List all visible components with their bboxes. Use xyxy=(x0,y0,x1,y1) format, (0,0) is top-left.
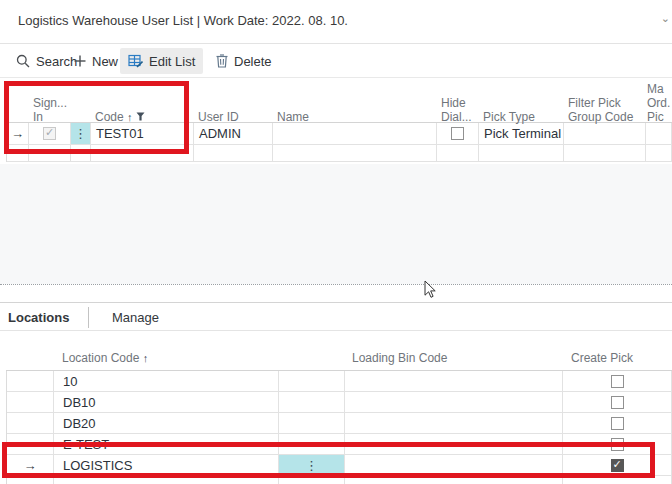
edit-list-icon xyxy=(128,54,143,68)
create-pick-cell[interactable]: ✓ xyxy=(563,392,672,413)
location-empty-row[interactable] xyxy=(6,476,672,484)
user-grid-header-row: Sign... In Code ↑ User ID Name Hide Dial… xyxy=(6,82,672,123)
location-row-db20[interactable]: DB20 ✓ xyxy=(6,413,672,434)
location-code-cell[interactable]: E-TEST xyxy=(54,434,279,455)
loading-bin-code-cell[interactable] xyxy=(345,392,563,413)
create-pick-checkbox[interactable]: ✓ xyxy=(611,438,624,451)
filter-funnel-icon xyxy=(136,110,145,124)
create-pick-checkbox[interactable]: ✓ xyxy=(611,396,624,409)
code-cell[interactable]: TEST01 xyxy=(91,123,194,145)
row-options-menu[interactable]: ⋮ xyxy=(279,455,345,476)
max-orders-pick-cell[interactable] xyxy=(646,123,672,145)
trash-icon xyxy=(216,54,228,68)
page-title: Logistics Warehouse User List | Work Dat… xyxy=(18,13,348,28)
sign-in-checkbox[interactable]: ✓ xyxy=(43,127,56,140)
sort-ascending-icon: ↑ xyxy=(143,352,149,364)
loading-bin-code-cell[interactable] xyxy=(345,413,563,434)
locations-header-row: Location Code ↑ Loading Bin Code Create … xyxy=(6,334,672,371)
new-button[interactable]: New xyxy=(66,48,126,74)
location-row-db10[interactable]: DB10 ✓ xyxy=(6,392,672,413)
location-code-cell[interactable]: DB20 xyxy=(54,413,279,434)
user-list-grid: Sign... In Code ↑ User ID Name Hide Dial… xyxy=(6,82,672,162)
create-pick-cell[interactable]: ✓ xyxy=(563,371,672,392)
location-row-logistics[interactable]: → LOGISTICS ⋮ ✓ xyxy=(6,455,672,476)
create-pick-cell[interactable]: ✓ xyxy=(563,455,672,476)
sort-ascending-icon: ↑ xyxy=(127,111,133,123)
column-header-max-orders-pick[interactable]: Ma Ord. Pic xyxy=(645,82,672,128)
section-divider xyxy=(88,307,89,328)
empty-grid-area xyxy=(0,164,672,284)
mouse-cursor xyxy=(424,280,437,302)
delete-label: Delete xyxy=(234,54,272,69)
create-pick-checkbox[interactable]: ✓ xyxy=(611,417,624,430)
search-icon xyxy=(16,54,30,68)
action-toolbar: Search New Edit List Delete xyxy=(0,44,672,78)
name-cell[interactable] xyxy=(273,123,437,145)
page: Logistics Warehouse User List | Work Dat… xyxy=(0,0,672,484)
user-row-test01[interactable]: → ✓ ⋮ TEST01 ADMIN ✓ Pick Terminal xyxy=(6,123,672,145)
pane-splitter[interactable] xyxy=(0,284,672,285)
row-options-menu[interactable]: ⋮ xyxy=(71,123,91,145)
create-pick-checkbox[interactable]: ✓ xyxy=(611,375,624,388)
location-code-cell[interactable]: DB10 xyxy=(54,392,279,413)
user-empty-row[interactable] xyxy=(6,145,672,162)
locations-grid: Location Code ↑ Loading Bin Code Create … xyxy=(6,334,672,484)
manage-menu-button[interactable]: Manage xyxy=(112,310,159,325)
filter-pick-group-cell[interactable] xyxy=(564,123,646,145)
locations-section-title: Locations xyxy=(8,310,69,325)
new-label: New xyxy=(92,54,118,69)
selector-column-header xyxy=(6,365,53,370)
title-bar: Logistics Warehouse User List | Work Dat… xyxy=(0,0,672,44)
pick-type-cell[interactable]: Pick Terminal xyxy=(479,123,564,145)
delete-button[interactable]: Delete xyxy=(208,48,280,74)
column-header-loading-bin-code[interactable]: Loading Bin Code xyxy=(344,351,562,370)
location-code-cell[interactable]: 10 xyxy=(54,371,279,392)
location-row-10[interactable]: 10 ✓ xyxy=(6,371,672,392)
hide-dialog-cell[interactable]: ✓ xyxy=(437,123,479,145)
loading-bin-code-cell[interactable] xyxy=(345,455,563,476)
edit-list-button[interactable]: Edit List xyxy=(120,48,203,74)
row-selector-arrow[interactable]: → xyxy=(7,455,54,476)
edit-list-label: Edit List xyxy=(149,54,195,69)
create-pick-cell[interactable]: ✓ xyxy=(563,434,672,455)
column-header-create-pick[interactable]: Create Pick xyxy=(562,351,672,370)
create-pick-checkbox[interactable]: ✓ xyxy=(611,459,624,472)
column-header-location-code[interactable]: Location Code ↑ xyxy=(53,351,278,370)
hide-dialog-checkbox[interactable]: ✓ xyxy=(451,127,464,140)
location-row-e-test[interactable]: E-TEST ✓ xyxy=(6,434,672,455)
chevron-down-icon[interactable]: ⌄ xyxy=(661,12,670,25)
sign-in-cell[interactable]: ✓ xyxy=(29,123,71,145)
user-id-cell[interactable]: ADMIN xyxy=(194,123,273,145)
loading-bin-code-cell[interactable] xyxy=(345,371,563,392)
loading-bin-code-cell[interactable] xyxy=(345,434,563,455)
plus-icon xyxy=(74,55,86,67)
row-selector-arrow[interactable]: → xyxy=(7,123,29,145)
ellipsis-column-header xyxy=(278,365,344,370)
location-code-cell[interactable]: LOGISTICS xyxy=(54,455,279,476)
create-pick-cell[interactable]: ✓ xyxy=(563,413,672,434)
locations-section-bar: Locations Manage xyxy=(0,302,672,331)
